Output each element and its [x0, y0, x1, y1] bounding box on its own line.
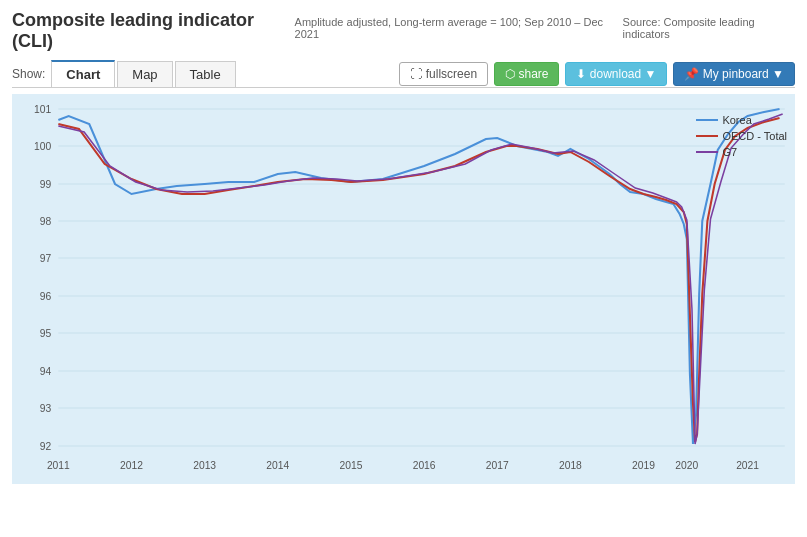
- legend-item-oecd: OECD - Total: [696, 130, 787, 142]
- svg-text:2019: 2019: [632, 460, 655, 471]
- legend-label-korea: Korea: [722, 114, 751, 126]
- legend-label-oecd: OECD - Total: [722, 130, 787, 142]
- svg-text:93: 93: [40, 403, 52, 414]
- svg-text:2012: 2012: [120, 460, 143, 471]
- svg-text:97: 97: [40, 253, 52, 264]
- svg-text:99: 99: [40, 179, 52, 190]
- svg-text:2013: 2013: [193, 460, 216, 471]
- legend-line-g7: [696, 151, 718, 153]
- chart-legend: Korea OECD - Total G7: [696, 114, 787, 158]
- svg-text:100: 100: [34, 141, 52, 152]
- chart-subtitle: Amplitude adjusted, Long-term average = …: [295, 16, 613, 40]
- title-row: Composite leading indicator (CLI) Amplit…: [12, 10, 795, 52]
- svg-text:94: 94: [40, 366, 52, 377]
- svg-text:2015: 2015: [340, 460, 363, 471]
- legend-item-g7: G7: [696, 146, 787, 158]
- svg-text:2011: 2011: [47, 460, 70, 471]
- tab-table[interactable]: Table: [175, 61, 236, 87]
- g7-line: [58, 114, 782, 444]
- legend-line-oecd: [696, 135, 718, 137]
- svg-text:2021: 2021: [736, 460, 759, 471]
- svg-text:92: 92: [40, 441, 52, 452]
- legend-item-korea: Korea: [696, 114, 787, 126]
- chart-source: Source: Composite leading indicators: [623, 16, 795, 40]
- korea-line: [58, 109, 779, 444]
- toolbar: Show: Chart Map Table ⛶ fullscreen ⬡ sha…: [12, 60, 795, 88]
- action-buttons: ⛶ fullscreen ⬡ share ⬇ download ▼ 📌 My p…: [399, 62, 795, 86]
- svg-text:96: 96: [40, 291, 52, 302]
- tab-map[interactable]: Map: [117, 61, 172, 87]
- svg-text:2017: 2017: [486, 460, 509, 471]
- svg-text:2020: 2020: [675, 460, 698, 471]
- chart-title: Composite leading indicator (CLI): [12, 10, 285, 52]
- fullscreen-button[interactable]: ⛶ fullscreen: [399, 62, 488, 86]
- svg-text:2018: 2018: [559, 460, 582, 471]
- show-label: Show:: [12, 67, 45, 81]
- svg-text:95: 95: [40, 328, 52, 339]
- share-button[interactable]: ⬡ share: [494, 62, 559, 86]
- page-container: Composite leading indicator (CLI) Amplit…: [0, 0, 807, 537]
- svg-text:101: 101: [34, 104, 52, 115]
- svg-text:98: 98: [40, 216, 52, 227]
- chart-area: .grid-line { stroke: #b0cfe0; stroke-wid…: [12, 94, 795, 484]
- chart-svg: .grid-line { stroke: #b0cfe0; stroke-wid…: [12, 94, 795, 484]
- legend-line-korea: [696, 119, 718, 121]
- tab-chart[interactable]: Chart: [51, 60, 115, 87]
- svg-text:2016: 2016: [413, 460, 436, 471]
- legend-label-g7: G7: [722, 146, 737, 158]
- pinboard-button[interactable]: 📌 My pinboard ▼: [673, 62, 795, 86]
- download-button[interactable]: ⬇ download ▼: [565, 62, 667, 86]
- svg-text:2014: 2014: [266, 460, 289, 471]
